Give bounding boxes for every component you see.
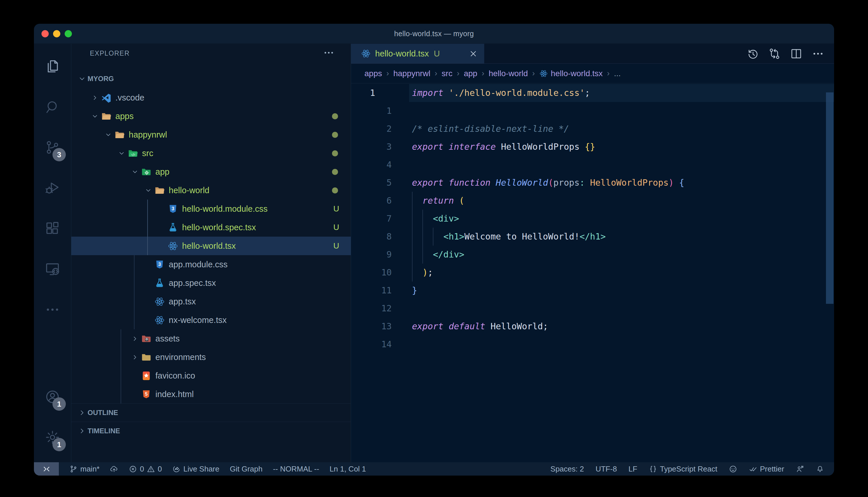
breadcrumb-item-hello-world-tsx[interactable]: hello-world.tsx [539, 69, 603, 78]
breadcrumb-label: apps [364, 69, 382, 78]
panel-label: OUTLINE [87, 409, 118, 417]
code-line[interactable]: 1 [351, 102, 834, 120]
code-line[interactable]: 4 [351, 156, 834, 174]
code-line[interactable]: 14 [351, 336, 834, 353]
activity-item-search[interactable] [34, 87, 71, 127]
tree-item-app-spec-tsx[interactable]: app.spec.tsx [71, 274, 351, 292]
code-line-text: return ( [412, 192, 465, 210]
activity-item-explorer[interactable] [34, 46, 71, 87]
code-line-text: ); [412, 264, 433, 282]
section-header-myorg[interactable]: MYORG [71, 69, 351, 88]
more-actions-button[interactable] [812, 47, 824, 60]
tree-item-favicon-ico[interactable]: favicon.ico [71, 366, 351, 385]
status-item-prettier[interactable]: Prettier [749, 465, 784, 473]
tree-item-hello-world-tsx[interactable]: hello-world.tsxU [71, 237, 351, 255]
status-item-vim-mode[interactable]: -- NORMAL -- [273, 465, 319, 473]
activity-item-accounts[interactable]: 1 [34, 377, 71, 417]
status-item-eol[interactable]: LF [629, 465, 637, 473]
tree-item-index-html[interactable]: 5index.html [71, 385, 351, 403]
tree-item-hello-world-spec-tsx[interactable]: hello-world.spec.tsxU [71, 218, 351, 237]
code-line[interactable]: 3export interface HelloWorldProps {} [351, 138, 834, 156]
code-line-active[interactable]: 1import './hello-world.module.css'; [351, 84, 834, 102]
explorer-more-actions-button[interactable] [323, 47, 334, 60]
breadcrumb-item-apps[interactable]: apps [364, 69, 382, 78]
status-item-cursor-position[interactable]: Ln 1, Col 1 [330, 465, 366, 473]
code-line[interactable]: 5export function HelloWorld(props: Hello… [351, 174, 834, 192]
code-line[interactable]: 11} [351, 282, 834, 299]
svg-text:5: 5 [145, 391, 148, 396]
activity-item-extensions[interactable] [34, 208, 71, 249]
status-item-remote-indicator[interactable] [34, 462, 59, 475]
titlebar[interactable]: hello-world.tsx — myorg [34, 24, 834, 44]
tree-item-hello-world[interactable]: hello-world [71, 181, 351, 200]
code-line[interactable]: 13export default HelloWorld; [351, 317, 834, 336]
breadcrumb-item-[interactable]: ... [614, 69, 621, 78]
cloud-upload-icon [110, 465, 118, 473]
tree-item-label: app.tsx [169, 297, 196, 307]
editor-scrollbar[interactable] [826, 93, 833, 304]
code-line[interactable]: 12 [351, 299, 834, 317]
panel-header-timeline[interactable]: TIMELINE [71, 422, 351, 440]
panel-header-outline[interactable]: OUTLINE [71, 403, 351, 422]
tree-item-app[interactable]: app [71, 162, 351, 181]
activity-item-more-views[interactable] [34, 289, 71, 330]
breadcrumb-item-src[interactable]: src [442, 69, 452, 78]
git-untracked-badge: U [333, 223, 339, 232]
status-item-github[interactable] [729, 465, 737, 473]
chevron-right-icon [91, 94, 101, 102]
tree-item-environments[interactable]: environments [71, 348, 351, 366]
code-line[interactable]: 2/* eslint-disable-next-line */ [351, 120, 834, 138]
status-item-feedback[interactable] [796, 465, 804, 473]
activity-item-source-control[interactable]: 3 [34, 127, 71, 168]
activity-item-remote-explorer[interactable] [34, 249, 71, 289]
tree-item-label: environments [155, 353, 206, 362]
tree-item-app-tsx[interactable]: app.tsx [71, 292, 351, 311]
status-label: Ln 1, Col 1 [330, 465, 366, 473]
react-icon [361, 49, 371, 58]
zoom-window-button[interactable] [65, 30, 72, 37]
tree-item-vscode[interactable]: .vscode [71, 88, 351, 107]
breadcrumb-item-happynrwl[interactable]: happynrwl [394, 69, 430, 78]
code-line[interactable]: 8 <h1>Welcome to HelloWorld!</h1> [351, 228, 834, 246]
status-item-encoding[interactable]: UTF-8 [595, 465, 617, 473]
line-number: 6 [351, 192, 392, 210]
tab-bar: hello-world.tsx U [351, 44, 834, 64]
breadcrumb-label: app [464, 69, 478, 78]
breadcrumb-item-hello-world[interactable]: hello-world [488, 69, 528, 78]
tab-hello-world-tsx[interactable]: hello-world.tsx U [351, 44, 484, 63]
code-line[interactable]: 10 ); [351, 264, 834, 282]
activity-item-settings[interactable]: 1 [34, 417, 71, 458]
close-tab-button[interactable] [469, 49, 478, 58]
minimize-window-button[interactable] [53, 30, 60, 37]
status-item-git-branch[interactable]: main* [69, 465, 99, 473]
activity-item-run-debug[interactable] [34, 168, 71, 208]
tree-item-src[interactable]: ‹/›src [71, 144, 351, 162]
breadcrumb-separator: › [457, 69, 459, 78]
status-item-notifications[interactable] [816, 465, 824, 473]
code-line[interactable]: 9 </div> [351, 246, 834, 264]
open-changes-button[interactable] [768, 47, 781, 60]
breadcrumb-item-app[interactable]: app [464, 69, 478, 78]
code-line[interactable]: 7 <div> [351, 210, 834, 228]
tree-item-app-module-css[interactable]: 3app.module.css [71, 255, 351, 274]
split-editor-button[interactable] [790, 47, 802, 60]
status-item-live-share[interactable]: Live Share [172, 465, 219, 473]
tree-item-happynrwl[interactable]: happynrwl [71, 125, 351, 144]
status-item-indentation[interactable]: Spaces: 2 [551, 465, 584, 473]
react-icon [154, 315, 165, 326]
line-number: 11 [351, 282, 392, 299]
status-item-language-mode[interactable]: TypeScript React [649, 465, 717, 473]
tree-item-nx-welcome-tsx[interactable]: nx-welcome.tsx [71, 311, 351, 329]
status-item-problems[interactable]: 00 [129, 465, 162, 473]
status-item-git-graph[interactable]: Git Graph [230, 465, 263, 473]
code-editor[interactable]: 1import './hello-world.module.css';12/* … [351, 83, 834, 462]
code-line[interactable]: 6 return ( [351, 192, 834, 210]
close-window-button[interactable] [41, 30, 49, 37]
code-line-text: import './hello-world.module.css'; [412, 84, 590, 102]
status-item-sync-changes[interactable] [110, 465, 118, 473]
tree-item-apps[interactable]: apps [71, 107, 351, 125]
open-timeline-button[interactable] [746, 47, 759, 60]
status-label: Git Graph [230, 465, 263, 473]
tree-item-hello-world-module-css[interactable]: 3hello-world.module.cssU [71, 200, 351, 218]
tree-item-assets[interactable]: assets [71, 329, 351, 348]
